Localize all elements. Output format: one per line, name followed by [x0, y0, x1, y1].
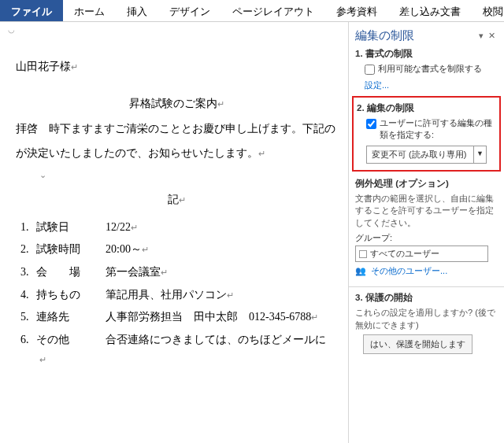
exception-header: 例外処理 (オプション) [355, 178, 498, 190]
tab-references[interactable]: 参考資料 [325, 0, 388, 21]
group-value: すべてのユーザー [370, 248, 439, 260]
tab-review[interactable]: 校閲 [472, 0, 504, 21]
ribbon: ファイル ホーム 挿入 デザイン ページレイアウト 参考資料 差し込み文書 校閲… [0, 0, 504, 22]
doc-title: 昇格試験のご案内 [129, 98, 217, 109]
restrict-editing-checkbox[interactable] [366, 119, 376, 129]
pane-title: 編集の制限 [355, 28, 476, 43]
section-3-header: 3. 保護の開始 [355, 292, 498, 304]
section-2-header: 2. 編集の制限 [357, 102, 496, 114]
ruler-mark: ◡ [8, 25, 15, 34]
tab-file[interactable]: ファイル [0, 0, 63, 21]
section-3-desc: これらの設定を適用しますか? (後で無効にできます) [355, 307, 498, 331]
group-checkbox[interactable] [359, 250, 367, 258]
exception-desc: 文書内の範囲を選択し、自由に編集することを許可するユーザーを指定してください。 [355, 193, 498, 229]
editing-type-value: 変更不可 (読み取り専用) [367, 146, 473, 163]
close-icon[interactable]: ✕ [486, 31, 498, 41]
list-item: 2. 試験時間 20:00～↵ [16, 239, 337, 260]
editing-type-select[interactable]: 変更不可 (読み取り専用) ▼ [366, 146, 487, 164]
restrict-format-checkbox[interactable] [365, 65, 375, 75]
users-icon: 👥 [355, 266, 366, 275]
highlight-box: 2. 編集の制限 ユーザーに許可する編集の種類を指定する: 変更不可 (読み取り… [352, 96, 501, 172]
list-item: 4. 持ちもの 筆記用具、社用パソコン↵ [16, 285, 337, 306]
list-item: 5. 連絡先 人事部労務担当 田中太郎 012-345-6788↵ [16, 307, 337, 328]
restrict-editing-pane: 編集の制限 ▾ ✕ 1. 書式の制限 利用可能な書式を制限する 設定... 2.… [348, 22, 504, 443]
addressee: 山田花子様 [16, 61, 71, 72]
group-all-users[interactable]: すべてのユーザー [355, 245, 488, 262]
list-item: 3. 会 場 第一会議室↵ [16, 262, 337, 283]
tab-home[interactable]: ホーム [63, 0, 116, 21]
ki-heading: 記 [168, 194, 179, 205]
list-item: 1. 試験日 12/22↵ [16, 217, 337, 238]
paragraph-2: が決定いたしましたので、お知らせいたします。 [16, 147, 258, 159]
tab-insert[interactable]: 挿入 [116, 0, 158, 21]
document-body: 山田花子様↵ 昇格試験のご案内↵ 拝啓 時下ますますご清栄のこととお慶び申し上げ… [16, 57, 337, 368]
tab-page-layout[interactable]: ページレイアウト [221, 0, 325, 21]
restrict-format-label: 利用可能な書式を制限する [378, 63, 482, 75]
document-area[interactable]: ◡ 山田花子様↵ 昇格試験のご案内↵ 拝啓 時下ますますご清栄のこととお慶び申し… [0, 22, 348, 443]
group-label: グループ: [355, 232, 498, 244]
restrict-editing-label: ユーザーに許可する編集の種類を指定する: [380, 117, 496, 141]
list-item: 6. その他 合否連絡につきましては、のちほどメールに [16, 330, 337, 351]
settings-link[interactable]: 設定... [365, 79, 389, 91]
pane-dropdown-icon[interactable]: ▾ [476, 31, 486, 41]
tab-mailings[interactable]: 差し込み文書 [388, 0, 472, 21]
start-protection-button[interactable]: はい、保護を開始します [363, 334, 472, 354]
paragraph-1: 拝啓 時下ますますご清栄のこととお慶び申し上げます。下記の [16, 123, 335, 135]
other-users-link[interactable]: その他のユーザー... [371, 265, 447, 277]
section-1-header: 1. 書式の制限 [355, 48, 498, 60]
chevron-down-icon[interactable]: ▼ [473, 146, 486, 163]
tab-design[interactable]: デザイン [158, 0, 221, 21]
